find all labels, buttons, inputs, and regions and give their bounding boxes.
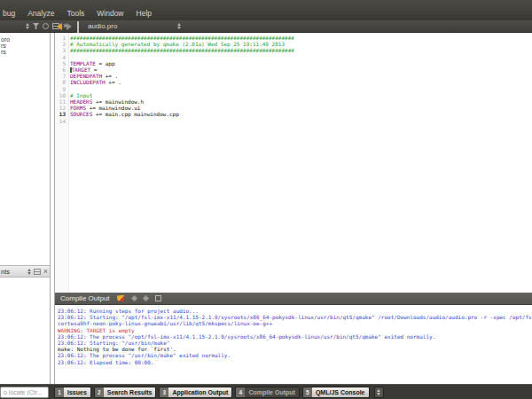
pane-button-qml-js-console[interactable]: 5QML/JS Console <box>302 387 370 398</box>
close-icon[interactable]: × <box>43 269 48 275</box>
compile-output-title: Compile Output <box>60 294 110 302</box>
line-number-gutter: 1234567891011121314 <box>55 33 69 293</box>
pane-combo-icon[interactable] <box>27 269 31 275</box>
code-segment: = <box>90 66 97 73</box>
filter-icon[interactable] <box>33 23 39 29</box>
tree-item[interactable]: rs <box>1 43 6 49</box>
code-line: TARGET = <box>70 66 532 73</box>
tree-item[interactable]: oro <box>1 36 10 43</box>
code-segment: INCLUDEPATH <box>70 79 106 85</box>
line-number: 7 <box>55 73 68 79</box>
pane-button-number: 4 <box>236 387 245 397</box>
next-item-icon[interactable] <box>143 295 149 301</box>
line-number: 5 <box>55 60 68 66</box>
line-number: 14 <box>55 118 68 124</box>
output-line: make: Nothing to be done for `first'. <box>58 346 532 352</box>
menu-item-help[interactable]: Help <box>130 9 158 18</box>
code-segment: SOURCES <box>70 111 92 117</box>
output-line: 23:06:12: Starting: "/usr/bin/make" <box>58 340 532 346</box>
menu-item-analyze[interactable]: Analyze <box>21 9 60 18</box>
navigation-tools <box>57 23 72 30</box>
code-line: ########################################… <box>70 35 532 41</box>
previous-item-icon[interactable] <box>131 295 137 301</box>
go-forward-icon[interactable] <box>66 23 72 30</box>
go-back-icon[interactable] <box>57 23 62 30</box>
line-number: 8 <box>55 79 68 85</box>
pane-button-label: QML/JS Console <box>312 387 369 397</box>
output-line: 23:06:12: The process "/opt/fsl-imx-x11/… <box>58 333 532 340</box>
code-line: SOURCES += main.cpp mainwindow.cpp <box>70 111 532 117</box>
pane-button-compile-output[interactable]: 4Compile Output <box>235 387 300 398</box>
line-number: 12 <box>55 105 68 111</box>
maximize-pane-icon[interactable] <box>155 295 161 301</box>
sidebar-combo-icon[interactable] <box>26 23 29 29</box>
code-line: # Input <box>70 92 532 98</box>
pane-button-label: Application Output <box>168 387 231 397</box>
pane-button-application-output[interactable]: 3Application Output <box>159 387 232 398</box>
code-segment: = app <box>96 60 115 66</box>
menu-bar: bugAnalyzeToolsWindowHelp <box>0 0 532 20</box>
output-line: WARNING: TARGET is empty <box>58 327 532 333</box>
compile-output-pane: Compile Output 23:06:12: Running steps f… <box>54 293 532 384</box>
code-segment: ########################################… <box>70 47 294 53</box>
code-segment: += mainwindow.h <box>92 98 144 105</box>
pane-button-issues[interactable]: 1Issues <box>54 387 91 398</box>
code-segment: += main.cpp mainwindow.cpp <box>92 111 179 117</box>
code-segment: FORMS <box>70 105 86 111</box>
menu-item-window[interactable]: Window <box>90 9 129 18</box>
pane-button-number: 3 <box>160 387 168 397</box>
bottom-bar: 1Issues2Search Results3Application Outpu… <box>0 384 532 399</box>
pane-button-number: 1 <box>55 387 64 397</box>
code-line: # Automatically generated by qmake (2.01… <box>70 41 532 47</box>
editor-toolbar: × audio.pro <box>0 20 532 33</box>
output-pane-buttons: 1Issues2Search Results3Application Outpu… <box>54 387 384 398</box>
line-number: 11 <box>55 98 68 105</box>
split-icon[interactable] <box>34 269 41 275</box>
sync-with-editor-icon[interactable] <box>43 23 49 29</box>
code-line <box>70 118 532 124</box>
pane-button-number: 2 <box>95 387 104 397</box>
line-number: 3 <box>55 47 68 53</box>
qt-creator-window: bugAnalyzeToolsWindowHelp × audio.pro or… <box>0 0 532 399</box>
pane-button-search-results[interactable]: 2Search Results <box>94 387 157 398</box>
line-number: 6 <box>55 66 68 73</box>
menu-item-tools[interactable]: Tools <box>60 9 90 18</box>
code-area[interactable]: ########################################… <box>70 35 532 293</box>
compile-output-header: Compile Output <box>55 293 532 305</box>
line-number: 13 <box>55 111 68 117</box>
tree-item[interactable]: rs <box>1 49 6 55</box>
code-editor[interactable]: 1234567891011121314 ####################… <box>54 33 532 293</box>
code-segment: += . <box>106 79 121 85</box>
locator-input[interactable] <box>0 387 49 398</box>
output-line: 23:06:12: Elapsed time: 00:00. <box>58 359 532 365</box>
code-segment: DEPENDPATH <box>70 73 102 79</box>
sidebar: ororsrs nts × <box>0 33 51 384</box>
code-segment: ########################################… <box>70 35 294 41</box>
output-line: 23:06:12: The process "/usr/bin/make" ex… <box>58 352 532 358</box>
code-line <box>70 86 532 92</box>
code-line <box>70 54 532 60</box>
open-file-name[interactable]: audio.pro <box>88 22 117 30</box>
line-number: 10 <box>55 92 68 98</box>
open-documents-title: nts <box>0 268 27 276</box>
cancel-build-icon[interactable] <box>117 295 125 302</box>
code-line: DEPENDPATH += . <box>70 73 532 79</box>
output-line: cortexa9hf-neon-poky-linux-gnueabi/usr/l… <box>58 320 532 326</box>
menu-item-bug[interactable]: bug <box>2 9 21 18</box>
code-line: INCLUDEPATH += . <box>70 79 532 85</box>
code-segment: # Input <box>70 92 92 98</box>
chevron-up-icon <box>377 389 380 392</box>
code-segment: TARGET <box>72 66 91 73</box>
code-line: ########################################… <box>70 47 532 53</box>
code-line: TEMPLATE = app <box>70 60 532 66</box>
open-documents-header[interactable]: nts × <box>0 265 50 278</box>
line-number: 1 <box>55 35 68 41</box>
pane-button-label: Search Results <box>104 387 156 397</box>
compile-output-body[interactable]: 23:06:12: Running steps for project audi… <box>55 305 532 384</box>
pane-button-label: Compile Output <box>245 387 299 397</box>
code-segment: += . <box>102 73 118 79</box>
line-number: 4 <box>55 54 68 60</box>
output-panes-toggle[interactable] <box>374 387 384 398</box>
code-line: HEADERS += mainwindow.h <box>70 98 532 105</box>
file-dropdown-icon[interactable] <box>177 23 181 29</box>
